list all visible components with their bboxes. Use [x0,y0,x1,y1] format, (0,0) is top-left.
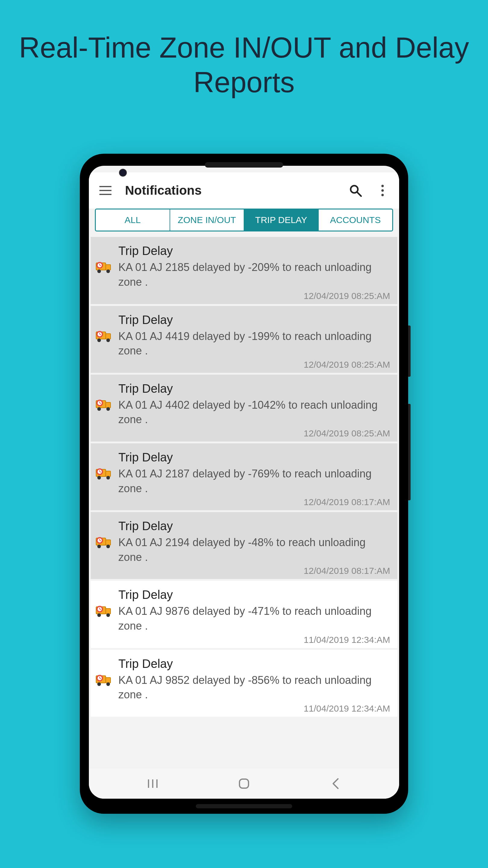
svg-point-5 [381,185,384,187]
svg-point-58 [97,682,101,686]
promo-headline: Real-Time Zone IN/OUT and Delay Reports [0,30,488,99]
notification-timestamp: 12/04/2019 08:17:AM [119,497,390,507]
notification-timestamp: 12/04/2019 08:17:AM [119,566,390,576]
tab-zone-in-out[interactable]: ZONE IN/OUT [170,210,245,230]
tab-all[interactable]: ALL [96,210,170,230]
filter-tabs: ALLZONE IN/OUTTRIP DELAYACCOUNTS [95,209,393,231]
svg-point-51 [106,613,110,617]
svg-rect-67 [239,779,249,788]
phone-bottom-speaker [196,804,292,808]
phone-volume-button [408,404,411,500]
more-button[interactable] [375,183,390,198]
notification-timestamp: 11/04/2019 12:34:AM [119,635,390,645]
svg-point-50 [97,613,101,617]
search-icon [349,184,362,197]
notification-item[interactable]: Trip DelayKA 01 AJ 2187 delayed by -769%… [91,443,397,510]
truck-delay-icon [95,396,113,414]
system-navbar [89,769,399,799]
svg-point-27 [106,407,110,411]
svg-point-34 [97,476,101,479]
notification-timestamp: 12/04/2019 08:25:AM [119,428,390,438]
svg-point-19 [106,338,110,342]
notification-list[interactable]: Trip DelayKA 01 AJ 2185 delayed by -209%… [89,237,399,769]
recents-icon [147,778,158,789]
phone-power-button [408,326,411,377]
notification-description: KA 01 AJ 9876 delayed by -471% to reach … [119,604,390,633]
truck-delay-icon [95,258,113,276]
notification-body: Trip DelayKA 01 AJ 2194 delayed by -48% … [119,519,390,576]
nav-recents-button[interactable] [144,775,162,793]
menu-button[interactable] [98,183,113,198]
page-title: Notifications [125,183,336,198]
notification-description: KA 01 AJ 4402 delayed by -1042% to reach… [119,398,390,427]
svg-point-11 [106,270,110,273]
notification-body: Trip DelayKA 01 AJ 2185 delayed by -209%… [119,244,390,301]
notification-description: KA 01 AJ 2194 delayed by -48% to reach u… [119,535,390,564]
notification-description: KA 01 AJ 2187 delayed by -769% to reach … [119,467,390,496]
svg-rect-33 [106,471,110,476]
svg-rect-25 [106,402,110,408]
svg-rect-49 [106,609,110,614]
svg-rect-9 [106,265,110,270]
svg-rect-66 [156,779,158,788]
truck-delay-icon [95,671,113,689]
svg-rect-2 [99,194,111,195]
notification-timestamp: 12/04/2019 08:25:AM [119,291,390,301]
svg-line-4 [357,192,361,196]
notification-body: Trip DelayKA 01 AJ 4419 delayed by -199%… [119,313,390,370]
notification-item[interactable]: Trip DelayKA 01 AJ 9852 delayed by -856%… [91,650,397,717]
svg-point-18 [97,338,101,342]
svg-rect-0 [99,186,111,187]
notification-body: Trip DelayKA 01 AJ 9876 delayed by -471%… [119,588,390,645]
notification-title: Trip Delay [119,313,390,327]
notification-title: Trip Delay [119,382,390,396]
screen: Notifications ALLZONE IN/OUTTRIP DELAYAC… [89,166,399,799]
truck-delay-icon [95,464,113,483]
notification-timestamp: 11/04/2019 12:34:AM [119,704,390,714]
notification-item[interactable]: Trip DelayKA 01 AJ 4419 delayed by -199%… [91,306,397,373]
svg-rect-65 [152,779,153,788]
svg-point-6 [381,189,384,192]
more-vert-icon [381,184,384,196]
nav-home-button[interactable] [235,775,253,793]
svg-point-10 [97,270,101,273]
svg-rect-41 [106,540,110,545]
svg-point-7 [381,194,384,196]
svg-point-42 [97,545,101,548]
notification-description: KA 01 AJ 9852 delayed by -856% to reach … [119,673,390,702]
phone-speaker [205,162,283,167]
notification-timestamp: 12/04/2019 08:25:AM [119,360,390,370]
notification-item[interactable]: Trip DelayKA 01 AJ 2194 delayed by -48% … [91,512,397,579]
notification-description: KA 01 AJ 4419 delayed by -199% to reach … [119,329,390,358]
notification-title: Trip Delay [119,451,390,464]
notification-title: Trip Delay [119,519,390,533]
svg-rect-57 [106,678,110,683]
svg-rect-64 [148,779,149,788]
nav-back-button[interactable] [326,775,344,793]
home-icon [238,778,250,789]
hamburger-icon [99,186,111,195]
phone-frame: Notifications ALLZONE IN/OUTTRIP DELAYAC… [80,154,408,814]
truck-delay-icon [95,327,113,345]
svg-point-26 [97,407,101,411]
truck-delay-icon [95,533,113,551]
svg-point-35 [106,476,110,479]
notification-item[interactable]: Trip DelayKA 01 AJ 9876 delayed by -471%… [91,581,397,648]
notification-item[interactable]: Trip DelayKA 01 AJ 4402 delayed by -1042… [91,375,397,441]
notification-title: Trip Delay [119,588,390,601]
tab-accounts[interactable]: ACCOUNTS [319,210,392,230]
notification-body: Trip DelayKA 01 AJ 9852 delayed by -856%… [119,657,390,714]
notification-title: Trip Delay [119,244,390,258]
svg-point-43 [106,545,110,548]
notification-body: Trip DelayKA 01 AJ 4402 delayed by -1042… [119,382,390,438]
notification-item[interactable]: Trip DelayKA 01 AJ 2185 delayed by -209%… [91,237,397,304]
svg-rect-17 [106,334,110,339]
search-button[interactable] [348,183,363,198]
notification-body: Trip DelayKA 01 AJ 2187 delayed by -769%… [119,451,390,507]
toolbar: Notifications [89,173,399,209]
notification-description: KA 01 AJ 2185 delayed by -209% to reach … [119,260,390,289]
svg-rect-1 [99,190,111,191]
tab-trip-delay[interactable]: TRIP DELAY [244,210,319,230]
notification-title: Trip Delay [119,657,390,671]
svg-point-59 [106,682,110,686]
